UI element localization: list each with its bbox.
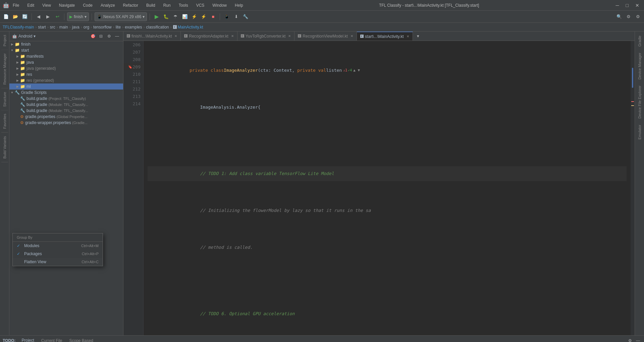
breadcrumb-file[interactable]: 🅺 MainActivity.kt [173,25,203,30]
tree-finish[interactable]: ▶ 📁 finish [9,41,123,47]
new-file-button[interactable]: 📄 [2,13,10,21]
menu-code[interactable]: Code [82,2,94,8]
tab-yuv[interactable]: 🅺 YuvToRgbConverter.kt ✕ [237,32,294,41]
breadcrumb-start[interactable]: start [38,25,46,30]
todo-tab-project[interactable]: Project [18,336,38,342]
gradle-icon-module2: 🔧 [20,108,25,113]
menu-build[interactable]: Build [145,2,157,8]
tree-res[interactable]: ▶ 📁 res [9,71,123,77]
gradle-panel-tab[interactable]: Gradle [636,33,643,49]
run-button[interactable]: ▶ [153,13,161,21]
todo-settings-button[interactable]: ⚙ [627,337,633,342]
project-tab[interactable]: Project [1,32,8,50]
device-manager-button[interactable]: 📱 [223,13,231,21]
breadcrumb-java[interactable]: java [72,25,79,30]
tree-start[interactable]: ▼ 📁 start [9,47,123,53]
breadcrumb-main[interactable]: main [59,25,68,30]
sdk-manager-button[interactable]: ⬇ [232,13,240,21]
menu-tools[interactable]: Tools [177,2,190,8]
context-menu-flatten[interactable]: Flatten View Ctrl+Alt+C [13,258,103,266]
back-button[interactable]: ◀ [35,13,43,21]
run-config-dropdown[interactable]: ▶ finish ▾ [67,12,89,21]
menu-refactor[interactable]: Refactor [122,2,140,8]
tree-java[interactable]: ▶ 📁 java [9,59,123,65]
tree-build-gradle-module2[interactable]: ▶ 🔧 build.gradle (Module: TFL_Classify..… [9,108,123,114]
menu-window[interactable]: Window [211,2,228,8]
context-menu-modules[interactable]: ✓ Modules Ctrl+Alt+M [13,242,103,250]
code-content[interactable]: 206 207 208 🔖 209 210 211 212 213 214 [123,41,635,335]
code-lines[interactable]: private class ImageAnalyzer(ctx: Context… [144,41,631,335]
todo-close-button[interactable]: — [635,337,641,342]
close-tab-finish[interactable]: ✕ [174,34,177,38]
todo-tab-current-file[interactable]: Current File [38,336,66,342]
structure-tab[interactable]: Structure [1,89,8,111]
menu-edit[interactable]: Edit [26,2,36,8]
stop-button[interactable]: ■ [209,13,217,21]
project-structure-button[interactable]: 🔧 [241,13,250,21]
maximize-button[interactable]: □ [624,2,631,9]
debug-button[interactable]: 🐛 [162,13,170,21]
breadcrumb-src[interactable]: src [50,25,55,30]
menu-vcs[interactable]: VCS [195,2,206,8]
folder-icon-ml: 📁 [20,84,25,89]
android-view-dropdown[interactable]: 🤖 Android ▾ [12,34,36,39]
breadcrumb-examples[interactable]: examples [125,25,142,30]
tree-java-generated[interactable]: ▶ 📁 java (generated) [9,65,123,71]
breadcrumb-sep-7: › [113,25,114,30]
todo-tab-scope-based[interactable]: Scope Based [66,336,97,342]
menu-analyze[interactable]: Analyze [99,2,116,8]
more-tabs-button[interactable]: ▾ [414,32,422,40]
tab-recognition-viewmodel[interactable]: 🅺 RecognitionViewModel.kt ✕ [294,32,357,41]
minimize-button[interactable]: ─ [614,2,621,9]
breadcrumb-lite[interactable]: lite [116,25,121,30]
favorites-tab[interactable]: Favorites [1,110,8,132]
apply-changes-button[interactable]: ⚡ [190,13,198,21]
menu-run[interactable]: Run [162,2,172,8]
search-button[interactable]: 🔍 [615,13,623,21]
tree-build-gradle-project[interactable]: ▶ 🔧 build.gradle (Project: TFL_Classify) [9,96,123,102]
resource-manager-tab[interactable]: Resource Manager [1,50,8,89]
revert-button[interactable]: ↩ [53,13,61,21]
settings-button[interactable]: ⚙ [625,13,633,21]
device-manager-panel-tab[interactable]: Device Manager [636,50,643,82]
emulator-tab[interactable]: Emulator [636,122,643,142]
close-tab-ra[interactable]: ✕ [231,34,234,38]
open-button[interactable]: 📂 [11,13,19,21]
breadcrumb-tensorflow[interactable]: tensorflow [93,25,112,30]
tree-gradle-properties[interactable]: ▶ ⚙ gradle.properties (Global Propertie.… [9,114,123,120]
tree-gradle-wrapper[interactable]: ▶ ⚙ gradle-wrapper.properties (Gradle... [9,120,123,126]
profile-button[interactable]: 📊 [181,13,189,21]
tab-start-mainactivity[interactable]: 🅺 start\...\MainActivity.kt ✕ [357,32,413,41]
forward-button[interactable]: ▶ [44,13,52,21]
apply-code-changes-button[interactable]: ⚡ [200,13,208,21]
sync-button[interactable]: 🔄 [21,13,29,21]
locate-file-button[interactable]: 🎯 [90,33,96,40]
close-tab-rvm[interactable]: ✕ [351,34,353,38]
menu-view[interactable]: View [41,2,52,8]
breadcrumb-project[interactable]: TFLClassify-main [3,25,34,30]
collapse-all-button[interactable]: ⊟ [98,33,104,40]
tree-build-gradle-module1[interactable]: ▶ 🔧 build.gradle (Module: TFL_Classify..… [9,102,123,108]
menu-file[interactable]: File [11,2,20,8]
ide-settings-button[interactable]: ⚙ [634,13,642,21]
coverage-button[interactable]: ☂ [171,13,179,21]
tree-gradle-scripts[interactable]: ▼ 🔧 Gradle Scripts [9,90,123,96]
close-panel-button[interactable]: — [114,33,120,40]
build-variants-tab[interactable]: Build Variants [1,133,8,162]
close-tab-yuv[interactable]: ✕ [288,34,291,38]
tree-ml[interactable]: ▶ 📁 ml [9,83,123,90]
breadcrumb-classification[interactable]: classification [146,25,169,30]
context-menu-packages[interactable]: ✓ Packages Ctrl+Alt+P [13,250,103,258]
device-file-explorer-tab[interactable]: Device File Explorer [636,83,643,121]
tree-res-generated[interactable]: ▶ 📁 res (generated) [9,77,123,83]
panel-settings-button[interactable]: ⚙ [106,33,112,40]
menu-help[interactable]: Help [233,2,245,8]
breadcrumb-org[interactable]: org [84,25,89,30]
tab-finish-mainactivity[interactable]: 🅺 finish\...\MainActivity.kt ✕ [123,32,181,41]
close-tab-start[interactable]: ✕ [407,35,409,38]
tree-manifests[interactable]: ▶ 📁 manifests [9,53,123,59]
close-button[interactable]: ✕ [633,2,641,9]
menu-navigate[interactable]: Navigate [58,2,76,8]
tab-recognition-adapter[interactable]: 🅺 RecognitionAdapter.kt ✕ [181,32,237,41]
device-dropdown[interactable]: 📱 Nexus 5X API 29 x86 ▾ [95,12,147,21]
